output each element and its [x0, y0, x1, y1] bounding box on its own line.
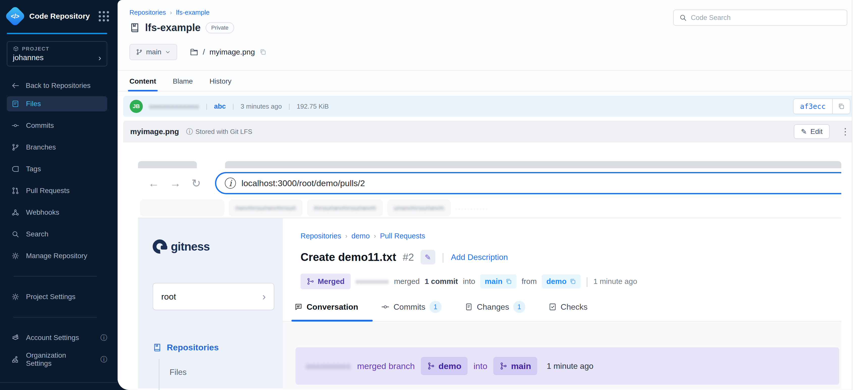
breadcrumb-repositories[interactable]: Repositories: [129, 8, 166, 17]
file-path-name: myimage.png: [210, 48, 255, 56]
module-grid-icon[interactable]: [99, 11, 109, 22]
bookmark-redacted: mrounwvmrounwvm: [307, 199, 383, 217]
gitness-account-selector[interactable]: root ›: [153, 283, 274, 310]
branch-icon: [11, 143, 20, 151]
commit-sha[interactable]: af3ecc: [794, 99, 832, 114]
file-icon: [465, 303, 473, 311]
reload-icon: ↻: [191, 177, 201, 190]
merge-icon: [307, 278, 314, 285]
divider: [13, 317, 97, 317]
commit-author-redacted: oooooooooooo: [149, 103, 199, 110]
edit-button[interactable]: ✎ Edit: [794, 124, 830, 139]
sidebar-item-files[interactable]: Files: [7, 96, 107, 111]
merged-branch-banner: ooooooooo merged branch demo into: [296, 347, 839, 385]
divider: |: [586, 276, 588, 287]
divider: |: [442, 252, 444, 263]
tab-conversation[interactable]: Conversation: [294, 302, 358, 312]
browser-url: localhost:3000/root/demo/pulls/2: [242, 178, 365, 188]
sidebar-item-commits[interactable]: Commits: [7, 118, 107, 133]
branch-icon: [499, 362, 507, 370]
gitness-logo-icon: [153, 240, 167, 254]
edit-title-button[interactable]: ✎: [421, 250, 435, 264]
gitness-main: Repositories › demo › Pull Requests Crea…: [283, 218, 841, 389]
tab-blame[interactable]: Blame: [173, 77, 193, 91]
changes-count-badge: 1: [513, 301, 525, 313]
pr-number: #2: [403, 252, 414, 263]
project-selector[interactable]: PROJECT johannes ›: [7, 41, 107, 66]
copy-icon: [569, 278, 576, 285]
gitness-page: gitness root › Repositories: [138, 218, 841, 389]
tab-content[interactable]: Content: [129, 77, 156, 91]
bookmark-redacted: unwvmrounwvm: [387, 199, 451, 217]
merge-time: 1 minute ago: [547, 361, 593, 371]
tab-history[interactable]: History: [210, 77, 231, 91]
file-name: myimage.png: [130, 127, 179, 136]
app-window: </> Code Repository PROJECT johannes › B…: [0, 0, 868, 390]
info-icon: ⓘ: [186, 127, 193, 136]
tag-icon: [11, 165, 20, 173]
browser-nav-row: ← → ↻ i localhost:3000/root/demo/pulls/2: [138, 168, 841, 198]
target-branch-chip[interactable]: main: [493, 357, 537, 375]
sidebar-item-search[interactable]: Search: [7, 227, 107, 242]
back-icon: ←: [148, 177, 159, 190]
source-branch-chip[interactable]: demo: [542, 274, 581, 288]
merged-badge: Merged: [301, 274, 351, 289]
browser-bookmarks-bar: nwvmrounwvmroun mrounwvmrounwvm unwvmrou…: [138, 198, 841, 218]
avatar: JB: [130, 100, 143, 113]
add-description-link[interactable]: Add Description: [451, 253, 508, 262]
lfs-note: ⓘ Stored with Git LFS: [186, 127, 252, 136]
sidebar-item-project-settings[interactable]: Project Settings: [7, 289, 107, 304]
file-view-tabs: Content Blame History: [118, 70, 868, 91]
divider: |: [232, 103, 234, 110]
chevron-right-icon: ›: [170, 9, 172, 16]
source-branch-chip[interactable]: demo: [421, 357, 468, 375]
sidebar-item-manage-repository[interactable]: Manage Repository: [7, 248, 107, 263]
tab-commits[interactable]: Commits 1: [381, 301, 441, 313]
gitness-logo: gitness: [153, 240, 283, 254]
gitness-breadcrumb-repositories[interactable]: Repositories: [301, 232, 341, 240]
gitness-nav-repositories[interactable]: Repositories: [153, 342, 283, 352]
org-gear-icon: [11, 355, 20, 363]
scrollbar-gutter[interactable]: [852, 0, 868, 390]
pr-title-row: Create demo11.txt #2 ✎ | Add Description: [283, 250, 841, 264]
kebab-menu-icon[interactable]: ⋮: [841, 126, 850, 137]
code-search-input[interactable]: [691, 14, 841, 22]
breadcrumb-repo[interactable]: lfs-example: [176, 8, 210, 17]
copy-icon[interactable]: [259, 49, 267, 56]
pr-tabs: Conversation Commits 1: [283, 301, 841, 322]
pull-request-icon: [11, 187, 20, 195]
sidebar-item-webhooks[interactable]: Webhooks: [7, 205, 107, 220]
commit-message-link[interactable]: abc: [214, 103, 226, 110]
gitness-sidebar: gitness root › Repositories: [138, 218, 283, 389]
back-to-repositories[interactable]: Back to Repositories: [11, 82, 118, 90]
gitness-breadcrumb-repo[interactable]: demo: [351, 232, 370, 240]
layers-gear-icon: [11, 334, 20, 342]
app-title: Code Repository: [29, 12, 99, 21]
chevron-down-icon: [165, 49, 170, 55]
pr-time: 1 minute ago: [593, 277, 637, 286]
commit-sha-pill: af3ecc: [793, 99, 850, 114]
branch-selector[interactable]: main: [129, 44, 177, 60]
folder-icon[interactable]: [190, 48, 198, 56]
target-branch-chip[interactable]: main: [480, 274, 517, 288]
gitness-nav-files[interactable]: Files: [169, 367, 187, 377]
search-icon: [679, 14, 687, 22]
divider: |: [206, 103, 208, 110]
gitness-breadcrumb-pulls[interactable]: Pull Requests: [380, 232, 425, 240]
tab-changes[interactable]: Changes 1: [465, 301, 525, 313]
sidebar: </> Code Repository PROJECT johannes › B…: [0, 0, 118, 390]
page-header: Repositories › lfs-example: [118, 0, 868, 17]
sidebar-item-organization-settings[interactable]: Organization Settings ⓘ: [7, 352, 107, 367]
tab-checks[interactable]: Checks: [549, 302, 588, 312]
branch-icon: [136, 49, 143, 55]
brand-row: </> Code Repository: [0, 0, 118, 24]
sidebar-item-tags[interactable]: Tags: [7, 161, 107, 176]
sidebar-item-branches[interactable]: Branches: [7, 140, 107, 155]
sidebar-nav: Files Commits Branches Tags Pull Request…: [0, 96, 118, 367]
copy-sha-button[interactable]: [832, 99, 850, 114]
sidebar-item-pull-requests[interactable]: Pull Requests: [7, 183, 107, 198]
file-header: myimage.png ⓘ Stored with Git LFS ✎ Edit…: [123, 121, 857, 142]
commit-icon: [11, 121, 20, 130]
sidebar-item-account-settings[interactable]: Account Settings ⓘ: [7, 330, 107, 345]
code-search-box[interactable]: [673, 9, 847, 26]
